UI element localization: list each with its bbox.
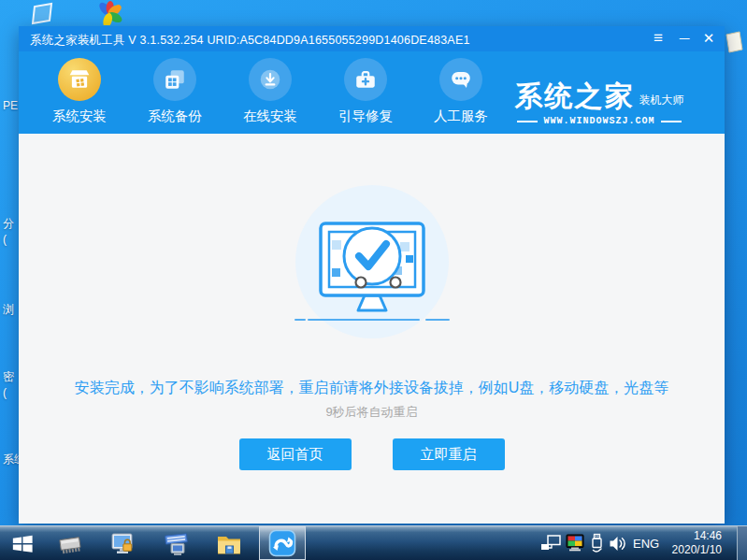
download-circle-icon bbox=[249, 58, 292, 101]
clock-date: 2020/1/10 bbox=[664, 543, 722, 557]
monitor-lock-icon[interactable] bbox=[109, 531, 136, 557]
backup-copies-icon bbox=[153, 58, 196, 101]
brand-tagline: 装机大师 bbox=[639, 93, 684, 110]
menu-icon[interactable]: ≡ bbox=[646, 26, 670, 51]
zhuangji-app-icon bbox=[268, 529, 296, 557]
nav-label: 人工服务 bbox=[414, 108, 508, 125]
flower-logo-icon[interactable] bbox=[96, 1, 122, 25]
minimize-icon[interactable]: ─ bbox=[672, 26, 697, 51]
network-icon[interactable] bbox=[540, 535, 562, 553]
close-icon[interactable]: ✕ bbox=[697, 26, 721, 51]
restart-countdown: 9秒后将自动重启 bbox=[19, 404, 725, 421]
brand-name: 系统之家 bbox=[515, 82, 635, 110]
desktop-label: 密 bbox=[3, 369, 14, 385]
computer-keyboard-icon[interactable] bbox=[164, 531, 190, 557]
speaker-icon[interactable] bbox=[609, 536, 626, 552]
usb-icon[interactable] bbox=[590, 533, 604, 553]
nav-item-system-backup[interactable]: 系统备份 bbox=[128, 58, 222, 125]
repair-toolbox-icon bbox=[344, 58, 387, 101]
brand-logo: 系统之家 装机大师 WWW.WINDOWSZJ.COM bbox=[496, 82, 702, 126]
install-box-icon bbox=[58, 58, 101, 101]
nav-bar: 系统安装 系统备份 bbox=[19, 51, 725, 134]
desktop-label: 浏 bbox=[3, 302, 14, 318]
nav-label: 在线安装 bbox=[223, 108, 317, 125]
restart-now-button[interactable]: 立即重启 bbox=[393, 438, 505, 470]
nav-item-manual-service[interactable]: 人工服务 bbox=[414, 58, 508, 125]
desktop-label: ( bbox=[3, 386, 7, 399]
document-icon[interactable] bbox=[725, 31, 747, 55]
display-color-icon[interactable] bbox=[566, 534, 584, 553]
zhuangji-app-taskbar-button[interactable] bbox=[259, 526, 306, 560]
nav-label: 系统安装 bbox=[33, 108, 126, 125]
brand-url: WWW.WINDOWSZJ.COM bbox=[496, 116, 702, 126]
install-complete-panel: 安装完成，为了不影响系统部署，重启前请将外接设备拔掉，例如U盘，移动硬盘，光盘等… bbox=[19, 134, 725, 524]
show-desktop-button[interactable] bbox=[737, 526, 747, 560]
nav-label: 引导修复 bbox=[319, 108, 412, 125]
start-icon[interactable] bbox=[11, 533, 34, 555]
monitor-checkmark-illustration bbox=[269, 182, 475, 341]
clock-time: 14:46 bbox=[664, 529, 722, 543]
chat-service-icon bbox=[439, 58, 482, 101]
title-bar[interactable]: 系统之家装机工具 V 3.1.532.254 URID:A5C84DD9A165… bbox=[19, 26, 725, 51]
desktop-label: PE bbox=[3, 99, 18, 112]
desktop-label: 分 bbox=[3, 216, 14, 232]
completion-message: 安装完成，为了不影响系统部署，重启前请将外接设备拔掉，例如U盘，移动硬盘，光盘等 bbox=[19, 379, 725, 398]
desktop: PE 分 ( 浏 密 ( 系统 系统之家装机工具 V 3.1.532.254 U… bbox=[0, 0, 747, 560]
button-row: 返回首页 立即重启 bbox=[19, 438, 725, 470]
taskbar: ENG 14:46 2020/1/10 bbox=[0, 525, 747, 560]
memory-chip-icon[interactable] bbox=[57, 532, 83, 556]
desktop-label: ( bbox=[3, 233, 7, 246]
monitor-icon[interactable] bbox=[31, 2, 53, 26]
nav-item-boot-repair[interactable]: 引导修复 bbox=[319, 58, 412, 125]
nav-item-online-install[interactable]: 在线安装 bbox=[223, 58, 317, 125]
folder-icon[interactable] bbox=[216, 532, 242, 556]
language-indicator[interactable]: ENG bbox=[633, 537, 659, 551]
nav-label: 系统备份 bbox=[128, 108, 222, 125]
taskbar-clock[interactable]: 14:46 2020/1/10 bbox=[664, 529, 722, 557]
nav-item-system-install[interactable]: 系统安装 bbox=[33, 58, 126, 125]
return-home-button[interactable]: 返回首页 bbox=[239, 438, 352, 470]
window-title: 系统之家装机工具 V 3.1.532.254 URID:A5C84DD9A165… bbox=[30, 33, 470, 49]
installer-window: 系统之家装机工具 V 3.1.532.254 URID:A5C84DD9A165… bbox=[19, 26, 725, 524]
